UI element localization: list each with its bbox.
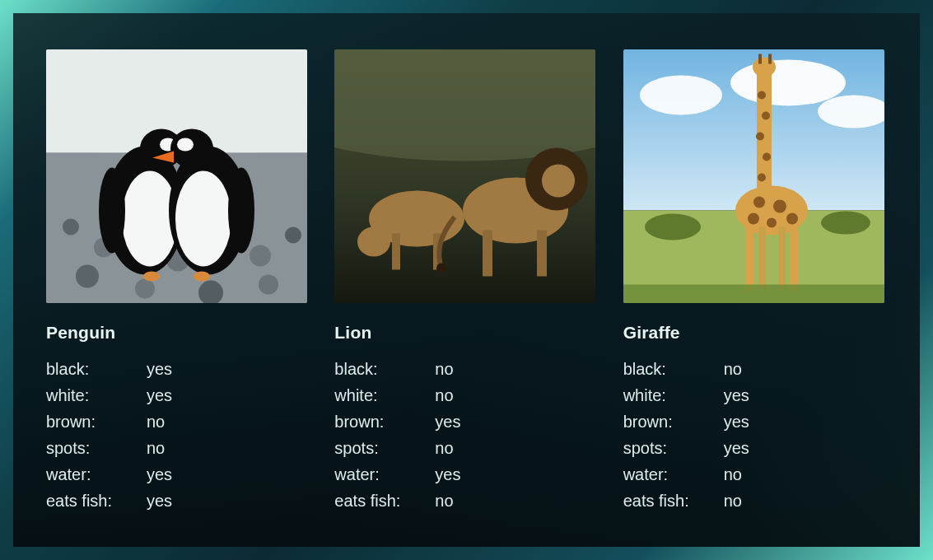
attribute-value: yes — [147, 488, 172, 514]
svg-point-62 — [748, 213, 759, 225]
svg-point-39 — [640, 76, 722, 115]
penguin-image — [46, 49, 307, 303]
attribute-row: eats fish:yes — [46, 488, 310, 514]
svg-point-10 — [76, 265, 99, 288]
svg-point-21 — [175, 171, 231, 267]
svg-point-40 — [730, 60, 846, 106]
attribute-value: yes — [724, 408, 749, 435]
animal-card-giraffe: Giraffe black:no white:yes brown:yes spo… — [623, 49, 887, 514]
attribute-key: brown: — [46, 408, 147, 435]
svg-point-58 — [758, 174, 766, 182]
attribute-row: spots:yes — [623, 435, 887, 461]
attribute-value: no — [435, 356, 453, 382]
svg-point-36 — [542, 165, 575, 198]
attribute-value: no — [724, 461, 742, 488]
svg-rect-51 — [790, 226, 798, 292]
content-panel: Penguin black:yes white:yes brown:no spo… — [13, 13, 920, 547]
attribute-value: yes — [147, 356, 172, 382]
attribute-value: yes — [147, 382, 172, 408]
attribute-key: eats fish: — [334, 488, 435, 514]
attribute-value: no — [435, 382, 453, 408]
attribute-row: white:yes — [623, 382, 887, 408]
attribute-key: water: — [623, 461, 724, 488]
attribute-row: water:no — [623, 461, 887, 488]
attribute-key: white: — [623, 382, 724, 408]
attribute-key: white: — [46, 382, 147, 408]
svg-rect-33 — [483, 231, 492, 277]
svg-point-43 — [645, 214, 701, 240]
attribute-row: black:yes — [46, 356, 310, 382]
svg-point-8 — [250, 245, 271, 267]
svg-point-37 — [436, 264, 446, 273]
attribute-value: yes — [724, 435, 749, 461]
svg-rect-53 — [778, 227, 786, 290]
svg-rect-34 — [537, 231, 547, 277]
attribute-value: no — [435, 488, 453, 514]
svg-point-13 — [259, 275, 278, 295]
svg-point-22 — [170, 129, 213, 169]
attribute-value: yes — [435, 461, 460, 488]
attribute-row: brown:yes — [334, 408, 598, 435]
attribute-value: no — [147, 408, 165, 435]
svg-point-61 — [786, 213, 798, 225]
attribute-key: brown: — [334, 408, 435, 435]
svg-rect-48 — [768, 54, 772, 64]
attribute-key: black: — [623, 356, 724, 382]
attribute-value: no — [724, 488, 742, 514]
svg-point-27 — [334, 49, 595, 161]
animal-title: Lion — [334, 323, 598, 343]
svg-point-9 — [285, 227, 301, 244]
attribute-row: brown:no — [46, 408, 310, 435]
svg-point-60 — [773, 200, 786, 213]
animal-card-lion: Lion black:no white:no brown:yes spots:n… — [334, 49, 598, 514]
attribute-row: brown:yes — [623, 408, 887, 435]
svg-point-18 — [99, 168, 125, 254]
attribute-key: water: — [334, 461, 435, 488]
attribute-row: spots:no — [334, 435, 598, 461]
attribute-key: eats fish: — [623, 488, 724, 514]
attribute-key: spots: — [46, 435, 147, 461]
animal-title: Giraffe — [623, 323, 887, 343]
attribute-value: no — [147, 435, 165, 461]
attribute-key: brown: — [623, 408, 724, 435]
attribute-key: black: — [46, 356, 147, 382]
attribute-key: spots: — [334, 435, 435, 461]
attribute-row: spots:no — [46, 435, 310, 461]
svg-point-3 — [63, 219, 79, 236]
attribute-row: black:no — [334, 356, 598, 382]
svg-point-56 — [756, 133, 764, 141]
svg-point-25 — [194, 272, 210, 282]
svg-point-55 — [762, 112, 770, 120]
attribute-key: white: — [334, 382, 435, 408]
svg-rect-64 — [623, 285, 884, 304]
svg-point-59 — [753, 197, 765, 208]
svg-point-24 — [228, 168, 254, 254]
svg-rect-52 — [758, 227, 766, 290]
attribute-row: water:yes — [334, 461, 598, 488]
svg-point-46 — [753, 58, 776, 77]
attribute-row: eats fish:no — [623, 488, 887, 514]
svg-rect-30 — [392, 234, 400, 270]
attribute-row: eats fish:no — [334, 488, 598, 514]
svg-rect-50 — [745, 226, 753, 292]
svg-point-54 — [758, 91, 766, 100]
attribute-key: water: — [46, 461, 147, 488]
attribute-list: black:no white:yes brown:yes spots:yes w… — [623, 356, 887, 514]
attribute-value: no — [435, 435, 453, 461]
attribute-row: water:yes — [46, 461, 310, 488]
attribute-value: yes — [435, 408, 460, 435]
attribute-list: black:no white:no brown:yes spots:no wat… — [334, 356, 598, 514]
svg-point-23 — [177, 138, 194, 152]
attribute-key: black: — [334, 356, 435, 382]
svg-point-19 — [143, 272, 160, 282]
attribute-row: white:yes — [46, 382, 310, 408]
attribute-value: yes — [724, 382, 749, 408]
attribute-row: black:no — [623, 356, 887, 382]
svg-point-63 — [767, 218, 777, 228]
attribute-value: yes — [147, 461, 172, 488]
giraffe-image — [623, 49, 884, 303]
svg-point-29 — [357, 227, 390, 257]
svg-point-57 — [763, 153, 771, 161]
svg-point-44 — [821, 212, 870, 235]
attribute-key: eats fish: — [46, 488, 147, 514]
